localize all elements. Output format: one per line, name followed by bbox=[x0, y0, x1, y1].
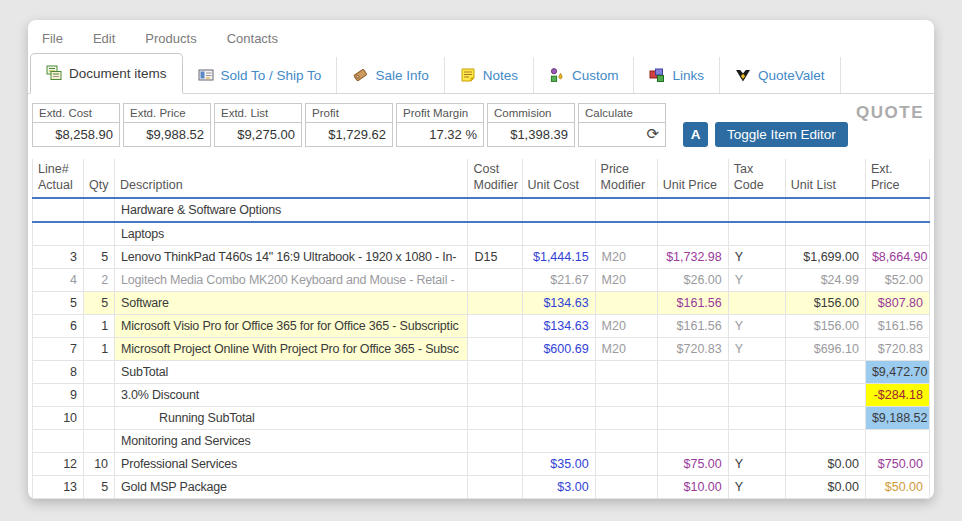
cell-line[interactable] bbox=[33, 198, 84, 222]
cell-price_mod[interactable] bbox=[595, 429, 657, 452]
cell-desc[interactable]: Logitech Media Combo MK200 Keyboard and … bbox=[115, 268, 468, 291]
cell-desc[interactable]: Gold MSP Package bbox=[115, 475, 468, 498]
cell-tax[interactable] bbox=[728, 291, 785, 314]
menu-item-contacts[interactable]: Contacts bbox=[227, 31, 278, 46]
cell-line[interactable]: 3 bbox=[33, 245, 84, 268]
a-button[interactable]: A bbox=[683, 122, 708, 147]
cell-ext_price[interactable]: $52.00 bbox=[865, 268, 929, 291]
cell-unit_cost[interactable]: $3.00 bbox=[522, 475, 595, 498]
cell-unit_list[interactable]: $1,699.00 bbox=[785, 245, 865, 268]
cell-unit_cost[interactable]: $134.63 bbox=[522, 291, 595, 314]
cell-tax[interactable]: Y bbox=[728, 337, 785, 360]
cell-desc[interactable]: Lenovo ThinkPad T460s 14" 16:9 Ultrabook… bbox=[115, 245, 468, 268]
cell-price_mod[interactable]: M20 bbox=[595, 268, 657, 291]
cell-ext_price[interactable] bbox=[865, 198, 929, 222]
cell-price_mod[interactable]: M20 bbox=[595, 337, 657, 360]
cell-price_mod[interactable] bbox=[595, 291, 657, 314]
cell-unit_list[interactable] bbox=[785, 198, 865, 222]
cell-ext_price[interactable] bbox=[865, 429, 929, 452]
cell-desc[interactable]: Monitoring and Services bbox=[115, 429, 468, 452]
cell-tax[interactable] bbox=[728, 383, 785, 406]
cell-unit_price[interactable] bbox=[657, 383, 728, 406]
cell-line[interactable]: 12 bbox=[33, 452, 84, 475]
cell-unit_cost[interactable] bbox=[522, 360, 595, 383]
cell-unit_list[interactable]: $156.00 bbox=[785, 291, 865, 314]
cell-unit_price[interactable]: $1,732.98 bbox=[657, 245, 728, 268]
cell-cost_mod[interactable] bbox=[468, 406, 522, 429]
cell-price_mod[interactable]: M20 bbox=[595, 314, 657, 337]
cell-desc[interactable]: Laptops bbox=[115, 222, 468, 246]
menu-item-products[interactable]: Products bbox=[145, 31, 196, 46]
cell-qty[interactable]: 10 bbox=[84, 452, 115, 475]
cell-cost_mod[interactable] bbox=[468, 452, 522, 475]
cell-cost_mod[interactable] bbox=[468, 337, 522, 360]
cell-qty[interactable]: 1 bbox=[84, 337, 115, 360]
tab-sold-to-ship-to[interactable]: Sold To / Ship To bbox=[183, 57, 338, 93]
cell-unit_list[interactable]: $0.00 bbox=[785, 452, 865, 475]
cell-unit_list[interactable] bbox=[785, 222, 865, 246]
cell-tax[interactable] bbox=[728, 360, 785, 383]
cell-line[interactable]: 10 bbox=[33, 406, 84, 429]
cell-unit_price[interactable] bbox=[657, 429, 728, 452]
cell-qty[interactable] bbox=[84, 360, 115, 383]
cell-line[interactable]: 13 bbox=[33, 475, 84, 498]
cell-cost_mod[interactable] bbox=[468, 291, 522, 314]
cell-cost_mod[interactable] bbox=[468, 268, 522, 291]
cell-ext_price[interactable]: $8,664.90 bbox=[865, 245, 929, 268]
cell-line[interactable]: 4 bbox=[33, 268, 84, 291]
cell-desc[interactable]: Microsoft Project Online With Project Pr… bbox=[115, 337, 468, 360]
cell-unit_price[interactable]: $75.00 bbox=[657, 452, 728, 475]
cell-ext_price[interactable]: $807.80 bbox=[865, 291, 929, 314]
cell-price_mod[interactable]: M20 bbox=[595, 245, 657, 268]
cell-tax[interactable]: Y bbox=[728, 314, 785, 337]
menu-item-file[interactable]: File bbox=[42, 31, 63, 46]
cell-unit_price[interactable] bbox=[657, 360, 728, 383]
cell-qty[interactable] bbox=[84, 383, 115, 406]
cell-line[interactable]: 8 bbox=[33, 360, 84, 383]
cell-cost_mod[interactable] bbox=[468, 222, 522, 246]
cell-cost_mod[interactable] bbox=[468, 360, 522, 383]
cell-unit_list[interactable]: $156.00 bbox=[785, 314, 865, 337]
cell-qty[interactable]: 1 bbox=[84, 314, 115, 337]
cell-price_mod[interactable] bbox=[595, 222, 657, 246]
cell-tax[interactable]: Y bbox=[728, 245, 785, 268]
cell-ext_price[interactable]: $720.83 bbox=[865, 337, 929, 360]
cell-unit_price[interactable] bbox=[657, 406, 728, 429]
tab-sale-info[interactable]: Sale Info bbox=[337, 57, 444, 93]
cell-unit_list[interactable] bbox=[785, 429, 865, 452]
cell-price_mod[interactable] bbox=[595, 383, 657, 406]
cell-ext_price[interactable]: $750.00 bbox=[865, 452, 929, 475]
tab-links[interactable]: Links bbox=[634, 57, 720, 93]
cell-unit_cost[interactable] bbox=[522, 429, 595, 452]
cell-qty[interactable]: 5 bbox=[84, 245, 115, 268]
refresh-icon[interactable]: ⟳ bbox=[646, 126, 659, 141]
cell-cost_mod[interactable] bbox=[468, 314, 522, 337]
cell-qty[interactable] bbox=[84, 429, 115, 452]
cell-qty[interactable] bbox=[84, 222, 115, 246]
cell-unit_list[interactable]: $24.99 bbox=[785, 268, 865, 291]
cell-ext_price[interactable]: $50.00 bbox=[865, 475, 929, 498]
cell-cost_mod[interactable] bbox=[468, 475, 522, 498]
cell-unit_list[interactable]: $0.00 bbox=[785, 475, 865, 498]
cell-unit_cost[interactable] bbox=[522, 198, 595, 222]
cell-desc[interactable]: Software bbox=[115, 291, 468, 314]
cell-desc[interactable]: Running SubTotal bbox=[115, 406, 468, 429]
cell-qty[interactable]: 5 bbox=[84, 291, 115, 314]
cell-unit_cost[interactable]: $600.69 bbox=[522, 337, 595, 360]
menu-item-edit[interactable]: Edit bbox=[93, 31, 115, 46]
cell-tax[interactable] bbox=[728, 222, 785, 246]
cell-desc[interactable]: Professional Services bbox=[115, 452, 468, 475]
cell-unit_price[interactable]: $720.83 bbox=[657, 337, 728, 360]
cell-line[interactable] bbox=[33, 222, 84, 246]
cell-ext_price[interactable]: $9,188.52 bbox=[865, 406, 929, 429]
cell-qty[interactable]: 2 bbox=[84, 268, 115, 291]
cell-line[interactable]: 7 bbox=[33, 337, 84, 360]
cell-unit_cost[interactable]: $21.67 bbox=[522, 268, 595, 291]
cell-unit_list[interactable]: $696.10 bbox=[785, 337, 865, 360]
cell-unit_cost[interactable] bbox=[522, 222, 595, 246]
cell-tax[interactable] bbox=[728, 406, 785, 429]
cell-ext_price[interactable]: $161.56 bbox=[865, 314, 929, 337]
tab-document-items[interactable]: Document items bbox=[30, 53, 183, 94]
cell-unit_cost[interactable]: $134.63 bbox=[522, 314, 595, 337]
cell-price_mod[interactable] bbox=[595, 198, 657, 222]
